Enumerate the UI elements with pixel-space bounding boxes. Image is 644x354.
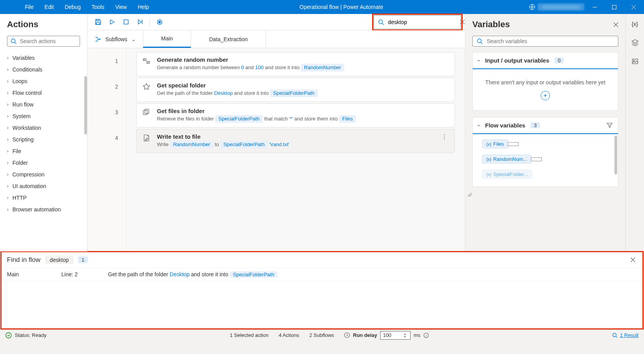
category-browser-automation[interactable]: ›Browser automation [7,204,85,215]
flow-vars-list: {x}Files {x}RandomNum... {x}SpecialFolde… [473,134,618,187]
find-term: desktop [45,256,73,264]
svg-rect-2 [612,5,616,9]
category-file[interactable]: ›File [7,145,85,157]
step-title: Generate random number [157,56,448,63]
flow-var-item[interactable]: {x}Files [477,136,614,152]
find-close-icon[interactable] [629,256,637,264]
svg-rect-1 [593,7,597,7]
chevron-right-icon: › [7,102,9,107]
delay-input[interactable]: 100 ▲▼ [380,331,411,340]
step-generate-random[interactable]: A1A2 Generate random number Generate a r… [136,52,455,76]
chevron-right-icon: › [7,195,9,201]
variable-chip: SpecialFolderPath [220,141,268,148]
search-flow-input[interactable] [388,19,456,25]
chevron-right-icon: › [7,148,9,154]
category-scripting[interactable]: ›Scripting [7,134,85,145]
category-workstation[interactable]: ›Workstation [7,122,85,134]
info-icon[interactable] [423,333,429,338]
step-button[interactable] [133,16,146,29]
svg-point-22 [613,333,616,337]
svg-rect-5 [96,23,100,24]
eraser-icon[interactable] [465,189,625,199]
find-in-flow-panel: Find in flow desktop 1 Main Line: 2 Get … [1,251,643,329]
subflows-label: Subflows [105,36,127,42]
run-button[interactable] [105,16,118,29]
subflows-dropdown[interactable]: Subflows ⌄ [87,30,143,48]
svg-point-3 [11,39,15,43]
chevron-right-icon: › [7,137,9,142]
find-result-row[interactable]: Main Line: 2 Get the path of the folder … [1,268,643,281]
io-count-badge: 0 [555,58,564,63]
io-empty-message: There aren't any input or output variabl… [480,79,610,85]
close-panel-icon[interactable] [613,22,618,27]
step-get-files[interactable]: Get files in folder Retrieve the files i… [136,103,455,127]
more-options-icon[interactable]: ⋮ [440,133,448,141]
menu-tools[interactable]: Tools [86,0,110,14]
results-link[interactable]: 1 Result [612,332,639,338]
actions-search[interactable] [7,36,80,47]
variables-search-input[interactable] [487,38,614,44]
category-variables[interactable]: ›Variables [7,52,85,64]
chevron-right-icon: › [7,78,9,84]
close-button[interactable] [625,0,642,14]
category-http[interactable]: ›HTTP [7,192,85,204]
menu-help[interactable]: Help [132,0,155,14]
menu-view[interactable]: View [110,0,132,14]
find-count-badge: 1 [78,256,88,263]
layers-rail-icon[interactable] [630,38,640,47]
chevron-down-icon: › [476,125,482,126]
save-button[interactable] [91,16,104,29]
chevron-down-icon: › [476,60,482,61]
tab-main[interactable]: Main [143,30,191,48]
results-label: 1 Result [620,332,639,338]
variables-rail-icon[interactable]: {x} [630,19,640,29]
variable-chip: RandomNumber [170,141,213,148]
svg-rect-15 [145,109,149,113]
clear-search-icon[interactable] [460,19,465,24]
flow-variables-header[interactable]: › Flow variables 3 [473,117,618,134]
chevron-right-icon: › [7,67,9,72]
category-folder[interactable]: ›Folder [7,157,85,169]
delay-spinner[interactable]: ▲▼ [404,333,409,338]
category-conditionals[interactable]: ›Conditionals [7,64,85,75]
images-rail-icon[interactable] [630,57,640,66]
flow-var-item[interactable]: {x}RandomNum... [477,152,614,167]
flow-var-item[interactable]: {x}SpecialFolder... [477,167,614,182]
svg-point-8 [159,21,161,23]
search-icon [10,38,17,44]
svg-text:A2: A2 [147,61,150,63]
maximize-button[interactable] [605,0,623,14]
actions-scrollbar[interactable] [84,76,87,134]
step-write-text[interactable]: Write text to file Write RandomNumber to… [136,129,455,153]
category-system[interactable]: ›System [7,110,85,122]
menu-file[interactable]: File [19,0,39,14]
flow-vars-scrollbar[interactable] [614,136,617,174]
step-description: Write RandomNumber to SpecialFolderPath … [157,141,434,148]
menu-edit[interactable]: Edit [39,0,59,14]
minimize-button[interactable] [586,0,604,14]
search-flow[interactable] [374,15,461,29]
status-actions: 4 Actions [278,332,299,338]
category-compression[interactable]: ›Compression [7,169,85,180]
variable-chip: {x}Files [482,140,508,148]
menu-debug[interactable]: Debug [59,0,86,14]
variable-chip: {x}RandomNum... [482,155,531,164]
io-variables-header[interactable]: › Input / output variables 0 [473,52,618,69]
record-button[interactable] [153,16,166,29]
filter-icon[interactable] [607,122,613,128]
flow-vars-count-badge: 3 [531,122,540,128]
category-ui-automation[interactable]: ›UI automation [7,180,85,192]
flow-canvas: 1 2 3 4 A1A2 Generate random number Gene… [87,48,465,251]
step-special-folder[interactable]: Get special folder Get the path of the f… [136,78,455,102]
tab-data-extraction[interactable]: Data_Extraction [191,30,266,48]
category-flow-control[interactable]: ›Flow control [7,87,85,99]
category-loops[interactable]: ›Loops [7,75,85,87]
category-run-flow[interactable]: ›Run flow [7,99,85,110]
actions-search-input[interactable] [20,38,88,44]
add-variable-button[interactable]: + [541,91,550,100]
stop-button[interactable] [119,16,132,29]
svg-rect-14 [143,110,147,115]
variables-search[interactable] [472,36,618,47]
clock-icon [344,332,350,338]
actions-category-list: ›Variables ›Conditionals ›Loops ›Flow co… [0,52,87,251]
